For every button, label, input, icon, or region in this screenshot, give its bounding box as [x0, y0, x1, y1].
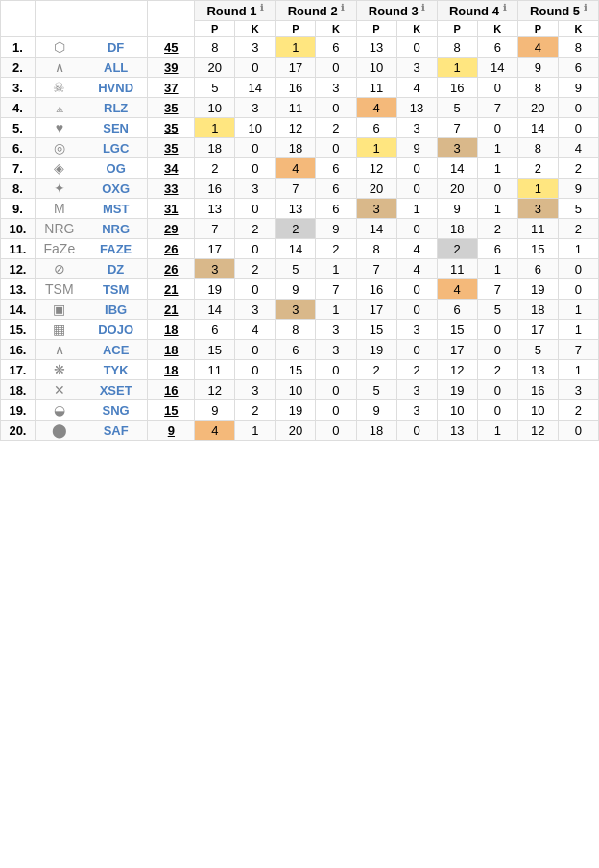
table-cell: 4 — [558, 138, 598, 158]
table-cell: 17 — [356, 300, 396, 320]
table-cell: 15 — [437, 320, 477, 340]
table-cell: 1 — [316, 259, 356, 279]
table-cell: 9 — [437, 199, 477, 219]
table-cell: 16 — [437, 78, 477, 98]
table-cell: 7 — [437, 118, 477, 138]
table-cell: 2 — [195, 158, 235, 179]
table-cell: 14 — [235, 78, 276, 98]
table-cell: 5 — [558, 199, 598, 219]
round4-header: Round 4 ℹ — [437, 1, 517, 21]
table-cell: 9 — [558, 78, 598, 98]
table-cell: 2 — [558, 400, 598, 421]
round3-header: Round 3 ℹ — [356, 1, 437, 21]
table-cell: 0 — [477, 340, 517, 360]
table-cell: 8 — [558, 37, 598, 58]
total-cell: 34 — [148, 158, 195, 179]
team-name: LGC — [84, 138, 148, 158]
table-cell: 20 — [356, 179, 396, 199]
logo-header — [35, 1, 84, 37]
table-cell: 4 — [396, 239, 437, 259]
r4-k-header: K — [477, 21, 517, 37]
table-cell: 5 — [356, 380, 396, 400]
table-cell: 3 — [356, 199, 396, 219]
total-cell: 39 — [148, 58, 195, 78]
table-cell: 20 — [517, 98, 558, 118]
table-cell: 7 — [356, 259, 396, 279]
table-cell: 0 — [316, 58, 356, 78]
table-cell: 6 — [316, 158, 356, 179]
table-cell: 3 — [235, 179, 276, 199]
rank-cell: 11. — [1, 239, 36, 259]
table-cell: 4 — [276, 158, 316, 179]
table-cell: 15 — [517, 239, 558, 259]
table-cell: 9 — [316, 219, 356, 239]
table-cell: 0 — [477, 380, 517, 400]
table-cell: 17 — [517, 320, 558, 340]
table-cell: 0 — [235, 58, 276, 78]
table-cell: 1 — [517, 179, 558, 199]
r3-k-header: K — [396, 21, 437, 37]
table-cell: 10 — [437, 400, 477, 421]
table-cell: 14 — [276, 239, 316, 259]
table-cell: 3 — [195, 259, 235, 279]
table-cell: 16 — [517, 380, 558, 400]
table-cell: 6 — [477, 239, 517, 259]
table-cell: 18 — [356, 421, 396, 441]
table-cell: 3 — [396, 320, 437, 340]
team-logo: TSM — [35, 279, 84, 300]
table-cell: 9 — [276, 279, 316, 300]
table-cell: 3 — [517, 199, 558, 219]
table-cell: 4 — [195, 421, 235, 441]
table-cell: 16 — [356, 279, 396, 300]
team-header — [84, 1, 148, 37]
total-cell: 21 — [148, 279, 195, 300]
table-cell: 5 — [195, 78, 235, 98]
table-cell: 0 — [558, 279, 598, 300]
rank-cell: 16. — [1, 340, 36, 360]
table-cell: 13 — [195, 199, 235, 219]
table-cell: 0 — [316, 400, 356, 421]
table-cell: 19 — [276, 400, 316, 421]
team-name: SEN — [84, 118, 148, 138]
team-logo: ♥ — [35, 118, 84, 138]
table-cell: 7 — [195, 219, 235, 239]
r1-k-header: K — [235, 21, 276, 37]
table-cell: 3 — [276, 300, 316, 320]
table-cell: 6 — [437, 300, 477, 320]
table-cell: 1 — [477, 199, 517, 219]
team-logo: ⊘ — [35, 259, 84, 279]
table-cell: 6 — [477, 37, 517, 58]
table-cell: 10 — [517, 400, 558, 421]
table-cell: 0 — [235, 279, 276, 300]
total-cell: 31 — [148, 199, 195, 219]
table-cell: 0 — [558, 98, 598, 118]
table-cell: 13 — [396, 98, 437, 118]
table-cell: 0 — [477, 179, 517, 199]
table-cell: 6 — [558, 58, 598, 78]
rank-cell: 3. — [1, 78, 36, 98]
table-cell: 7 — [477, 98, 517, 118]
table-cell: 14 — [477, 58, 517, 78]
table-cell: 2 — [437, 239, 477, 259]
total-cell: 33 — [148, 179, 195, 199]
team-logo: ✕ — [35, 380, 84, 400]
table-cell: 0 — [235, 138, 276, 158]
table-cell: 1 — [477, 138, 517, 158]
rank-cell: 12. — [1, 259, 36, 279]
table-cell: 6 — [316, 179, 356, 199]
table-cell: 0 — [396, 158, 437, 179]
table-cell: 0 — [235, 239, 276, 259]
table-cell: 1 — [316, 300, 356, 320]
team-name: DZ — [84, 259, 148, 279]
rank-cell: 6. — [1, 138, 36, 158]
table-cell: 19 — [356, 340, 396, 360]
table-cell: 14 — [195, 300, 235, 320]
table-cell: 3 — [235, 98, 276, 118]
total-cell: 35 — [148, 138, 195, 158]
team-name: XSET — [84, 380, 148, 400]
table-cell: 3 — [316, 78, 356, 98]
table-cell: 0 — [477, 400, 517, 421]
team-logo: ∧ — [35, 340, 84, 360]
table-cell: 0 — [477, 78, 517, 98]
table-cell: 0 — [235, 340, 276, 360]
